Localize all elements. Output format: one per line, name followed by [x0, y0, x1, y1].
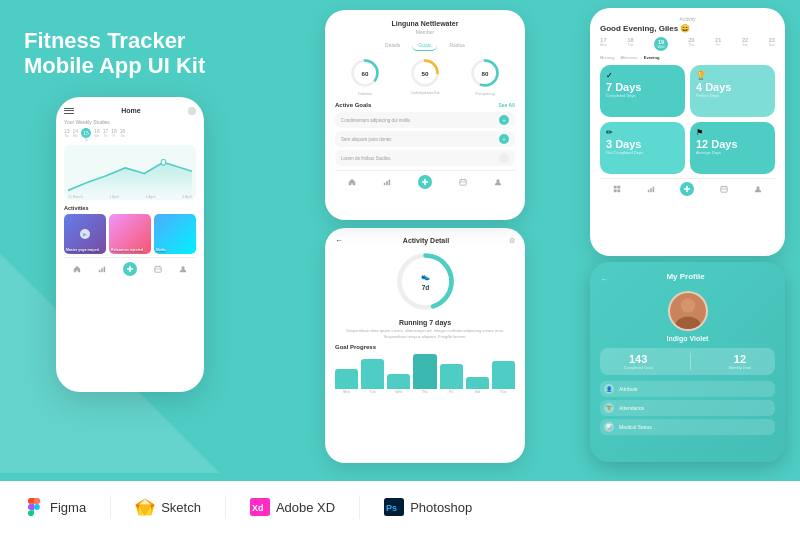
nav-profile-icon[interactable]: [179, 265, 187, 273]
svg-point-5: [182, 266, 185, 269]
svg-point-19: [496, 179, 499, 182]
time-evening[interactable]: Evening: [644, 55, 660, 60]
profile-avatar: [668, 291, 708, 331]
pencil-icon: ✏: [606, 128, 679, 137]
sketch-label: Sketch: [161, 500, 201, 515]
right-panel: Activity Good Evening, Giles 😄 17Mon 18T…: [590, 0, 800, 533]
cal-sat: 22Sat: [742, 37, 748, 51]
svg-text:👟: 👟: [421, 272, 431, 281]
rnav-grid[interactable]: [613, 185, 621, 193]
date-item: 18Fr: [111, 128, 117, 142]
activity-card-2[interactable]: Relaxation injected: [109, 214, 151, 254]
photoshop-label: Photoshop: [410, 500, 472, 515]
running-circle: 👟 7d: [335, 249, 515, 314]
sketch-icon: [135, 497, 155, 517]
main-layout: Fitness Tracker Mobile App UI Kit Home Y…: [0, 0, 800, 533]
active-goals-text: Active Goals: [335, 102, 371, 108]
svg-point-0: [161, 159, 166, 165]
date-item: 18Sa: [120, 128, 126, 142]
time-afternoon[interactable]: Afternoon: [620, 55, 637, 60]
play-button[interactable]: ▶: [80, 229, 90, 239]
nav-calendar-icon[interactable]: [154, 265, 162, 273]
cnav-add[interactable]: [418, 175, 432, 189]
medical-icon: 📊: [604, 422, 614, 432]
rnav-bar[interactable]: [647, 185, 655, 193]
activity-card-3[interactable]: Medic: [154, 214, 196, 254]
time-labels: Morning Afternoon Evening: [600, 55, 775, 60]
cal-wed-active[interactable]: 19Wed: [654, 37, 667, 51]
svg-rect-25: [617, 186, 620, 189]
bar-wed: Wed: [387, 374, 410, 394]
svg-point-35: [680, 298, 694, 312]
bar-fri: Fri: [440, 364, 463, 394]
running-label: Running 7 days: [335, 319, 515, 326]
nav-home-icon[interactable]: [73, 265, 81, 273]
time-morning[interactable]: Morning: [600, 55, 614, 60]
tool-sketch: Sketch: [135, 497, 201, 517]
cnav-chart[interactable]: [383, 178, 391, 186]
profile-back-icon[interactable]: ←: [600, 275, 608, 284]
nav-add-icon[interactable]: [123, 262, 137, 276]
see-all-link[interactable]: See All: [499, 102, 516, 108]
phone-left: Home Your Weekly Studies 13Su 14Mo 15Tu …: [56, 97, 204, 392]
menu-item-medical[interactable]: 📊 Medical Status: [600, 419, 775, 435]
svg-rect-17: [389, 180, 391, 186]
center-user-sub: Member: [335, 29, 515, 35]
weekly-label: Your Weekly Studies: [64, 119, 196, 125]
nav-chart-icon[interactable]: [98, 265, 106, 273]
cal-fri: 21Fri: [715, 37, 721, 51]
weekly-goal-label: Weekly Goal: [729, 365, 752, 370]
frequency-label: Frequency: [476, 91, 495, 96]
settings-icon[interactable]: ⚙: [509, 237, 515, 245]
activity-card-1[interactable]: ▶ Master yoga majorit: [64, 214, 106, 254]
svg-text:60: 60: [362, 70, 369, 77]
hamburger-icon[interactable]: [64, 108, 74, 114]
goal-action-1[interactable]: +: [499, 115, 509, 125]
bar-sat: Sat: [466, 377, 489, 394]
tool-xd: Xd Adobe XD: [250, 497, 335, 517]
date-item: 13Su: [64, 128, 70, 142]
not-completed-label: Not Completed Days: [606, 150, 679, 155]
right-phone-nav: [600, 178, 775, 199]
phone-center-bottom: ← Activity Detail ⚙ 👟 7d Running 7 days …: [325, 228, 525, 463]
separator-1: [110, 495, 111, 519]
goal-action-2[interactable]: +: [499, 134, 509, 144]
tab-details[interactable]: Details: [379, 40, 406, 51]
profile-menu: 👤 Attribute 🏋 Attendance 📊 Medical Statu…: [600, 381, 775, 435]
circle-frequency: 80 Frequency: [469, 57, 501, 96]
circle-carbs: 50 Carbohydrates Eat: [409, 57, 441, 96]
date-item-active[interactable]: 15Tu: [81, 128, 91, 142]
tab-goals[interactable]: Goals: [412, 40, 437, 51]
weekly-goal-value: 12: [734, 353, 746, 365]
rnav-add[interactable]: [680, 182, 694, 196]
active-goals-title: Active Goals See All: [335, 102, 515, 108]
cnav-profile[interactable]: [494, 178, 502, 186]
attribute-icon: 👤: [604, 384, 614, 394]
cnav-cal[interactable]: [459, 178, 467, 186]
stat-completed-goal: 143 Completed Goal: [624, 353, 653, 370]
tab-radius[interactable]: Radius: [443, 40, 471, 51]
greeting: Good Evening, Giles 😄: [600, 24, 775, 33]
rnav-profile[interactable]: [754, 185, 762, 193]
calendar-row: 17Mon 18Tue 19Wed 20Thu 21Fri 22Sat 23Su…: [600, 37, 775, 51]
goal-item-2: Sem aliquam justo donec +: [335, 131, 515, 147]
menu-item-attendance[interactable]: 🏋 Attendance: [600, 400, 775, 416]
goal-item-3: Lorem de finibus Studios: [335, 150, 515, 166]
cnav-home[interactable]: [348, 178, 356, 186]
bar-mon: Mon: [335, 369, 358, 394]
svg-rect-15: [384, 183, 386, 185]
menu-item-attribute[interactable]: 👤 Attribute: [600, 381, 775, 397]
medical-text: Medical Status: [619, 424, 652, 430]
svg-text:7d: 7d: [421, 284, 429, 291]
cal-sun: 23Sun: [769, 37, 775, 51]
phone-center-top: Linguna Nettlewater Member Details Goals…: [325, 10, 525, 220]
rnav-cal[interactable]: [720, 185, 728, 193]
svg-text:Xd: Xd: [252, 503, 264, 513]
separator-3: [359, 495, 360, 519]
svg-rect-18: [460, 180, 466, 186]
back-arrow-icon[interactable]: ←: [335, 236, 343, 245]
check-icon: ✓: [606, 71, 679, 80]
left-panel: Fitness Tracker Mobile App UI Kit Home Y…: [0, 0, 260, 533]
attendance-text: Attendance: [619, 405, 644, 411]
completed-days-label: Completed Days: [606, 93, 679, 98]
